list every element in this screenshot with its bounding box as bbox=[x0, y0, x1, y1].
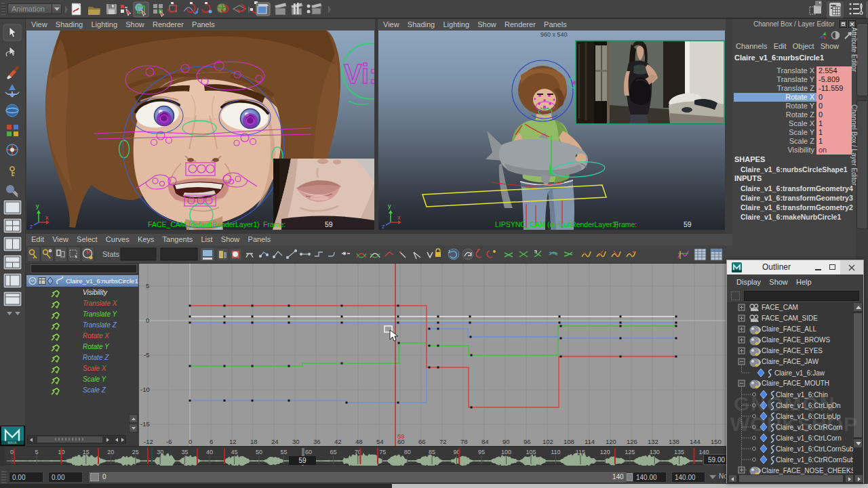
svg-text:0: 0 bbox=[189, 438, 192, 445]
svg-text:36: 36 bbox=[313, 438, 321, 445]
svg-text:Frame:: Frame: bbox=[263, 220, 285, 228]
svg-text:45: 45 bbox=[231, 449, 238, 455]
svg-text:60: 60 bbox=[305, 449, 312, 455]
svg-text:132: 132 bbox=[648, 438, 658, 445]
svg-text:95: 95 bbox=[478, 449, 485, 455]
svg-text:90: 90 bbox=[502, 438, 510, 445]
svg-text:75: 75 bbox=[379, 449, 386, 455]
svg-text:-15: -15 bbox=[140, 420, 150, 428]
svg-text:960 x 540: 960 x 540 bbox=[540, 31, 568, 38]
svg-text:50: 50 bbox=[256, 449, 262, 455]
svg-text:5: 5 bbox=[35, 449, 38, 455]
svg-text:126: 126 bbox=[627, 438, 637, 445]
svg-text:12: 12 bbox=[229, 438, 237, 445]
svg-text:135: 135 bbox=[674, 449, 684, 455]
svg-text:-10: -10 bbox=[140, 386, 150, 393]
svg-text:150: 150 bbox=[711, 438, 722, 445]
svg-text:80: 80 bbox=[404, 449, 411, 455]
svg-text:120: 120 bbox=[600, 449, 610, 455]
svg-text:x: x bbox=[45, 214, 49, 221]
svg-text:25: 25 bbox=[132, 449, 139, 455]
svg-text:125: 125 bbox=[625, 449, 635, 455]
svg-text:Claire_FACE_ALL: Claire_FACE_ALL bbox=[762, 325, 817, 333]
svg-text:y: y bbox=[388, 203, 391, 209]
svg-text:59: 59 bbox=[325, 220, 333, 228]
svg-text:FACE_CAM (defaultRenderLayer1): FACE_CAM (defaultRenderLayer1) bbox=[148, 220, 260, 228]
svg-text:5: 5 bbox=[146, 282, 149, 289]
svg-text:Vi:: Vi: bbox=[344, 59, 374, 89]
svg-text:6: 6 bbox=[210, 438, 213, 445]
svg-text:24: 24 bbox=[271, 438, 279, 445]
svg-text:x: x bbox=[397, 214, 401, 221]
svg-text:54: 54 bbox=[376, 438, 384, 445]
svg-text:FACE_CAM_SIDE: FACE_CAM_SIDE bbox=[762, 314, 818, 322]
svg-text:108: 108 bbox=[564, 438, 574, 445]
svg-text:72: 72 bbox=[439, 438, 447, 445]
svg-text:Claire_FACE_NOSE_CHEEKS: Claire_FACE_NOSE_CHEEKS bbox=[762, 467, 853, 474]
svg-text:115: 115 bbox=[576, 449, 585, 455]
svg-text:FACE_CAM: FACE_CAM bbox=[762, 304, 798, 311]
svg-text:84: 84 bbox=[481, 438, 489, 445]
svg-text:138: 138 bbox=[669, 438, 679, 445]
svg-text:48: 48 bbox=[355, 438, 363, 445]
svg-text:z: z bbox=[30, 223, 33, 230]
svg-text:59: 59 bbox=[684, 220, 692, 228]
svg-text:15: 15 bbox=[83, 449, 90, 455]
svg-text:120: 120 bbox=[606, 438, 616, 445]
svg-text:Claire_FACE_EYES: Claire_FACE_EYES bbox=[762, 347, 823, 354]
svg-text:59: 59 bbox=[397, 432, 405, 440]
svg-text:-5: -5 bbox=[144, 351, 149, 359]
svg-text:114: 114 bbox=[585, 438, 595, 445]
svg-text:Frame:: Frame: bbox=[614, 220, 637, 228]
svg-text:85: 85 bbox=[429, 449, 435, 455]
svg-text:20: 20 bbox=[107, 449, 114, 455]
svg-text:-12: -12 bbox=[144, 438, 153, 445]
svg-text:Claire_FACE_MOUTH: Claire_FACE_MOUTH bbox=[762, 380, 829, 387]
svg-text:18: 18 bbox=[250, 438, 258, 445]
svg-text:55: 55 bbox=[280, 449, 287, 455]
svg-text:105: 105 bbox=[526, 449, 536, 455]
svg-text:Claire_v1_6:Jaw: Claire_v1_6:Jaw bbox=[774, 369, 825, 377]
svg-text:Claire_v1_6:CtrLCornSub: Claire_v1_6:CtrLCornSub bbox=[776, 445, 853, 453]
svg-text:130: 130 bbox=[650, 449, 660, 455]
svg-text:100: 100 bbox=[501, 449, 511, 455]
svg-text:0: 0 bbox=[146, 317, 149, 324]
svg-text:35: 35 bbox=[182, 449, 189, 455]
svg-text:0: 0 bbox=[10, 449, 14, 455]
svg-text:-6: -6 bbox=[166, 438, 172, 445]
svg-text:65: 65 bbox=[330, 449, 336, 455]
svg-text:30: 30 bbox=[292, 438, 300, 445]
svg-text:Claire_v1_6:CtrRCornSub: Claire_v1_6:CtrRCornSub bbox=[776, 456, 853, 464]
svg-text:96: 96 bbox=[524, 438, 531, 445]
svg-text:Stats: Stats bbox=[102, 250, 120, 258]
svg-text:66: 66 bbox=[418, 438, 426, 445]
svg-text:78: 78 bbox=[460, 438, 468, 445]
svg-text:144: 144 bbox=[690, 438, 701, 445]
svg-text:59: 59 bbox=[298, 457, 307, 464]
svg-text:102: 102 bbox=[542, 438, 553, 445]
svg-text:y: y bbox=[36, 203, 39, 209]
svg-text:40: 40 bbox=[206, 449, 213, 455]
svg-text:LIPSYNC_CAM (defaultRenderLaye: LIPSYNC_CAM (defaultRenderLayer1) bbox=[495, 220, 618, 228]
svg-text:Claire_FACE_JAW: Claire_FACE_JAW bbox=[762, 358, 819, 365]
svg-text:110: 110 bbox=[551, 449, 560, 455]
svg-text:MAYA: MAYA bbox=[7, 441, 17, 445]
svg-text:z: z bbox=[382, 223, 385, 230]
svg-text:30: 30 bbox=[157, 449, 163, 455]
svg-text:42: 42 bbox=[334, 438, 342, 445]
svg-text:Claire_FACE_BROWS: Claire_FACE_BROWS bbox=[762, 336, 830, 344]
